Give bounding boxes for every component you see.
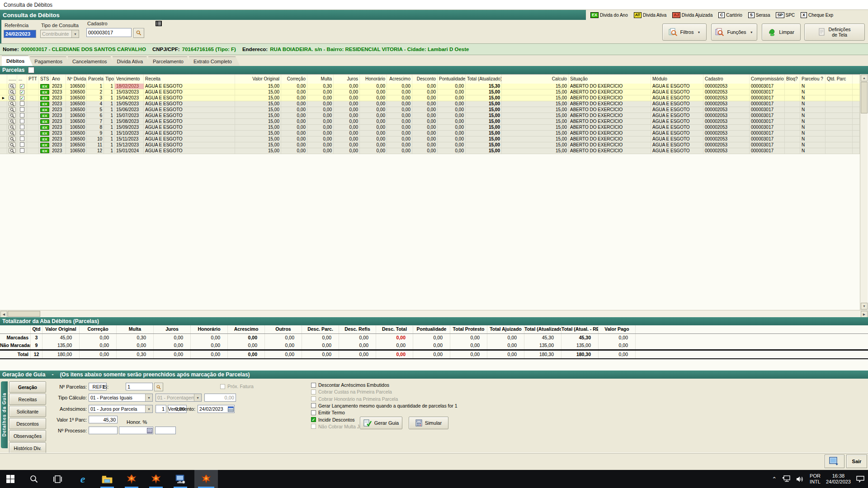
table-row[interactable]: EX20231065008115/09/2023AGUA E ESGOTO15,… (0, 125, 860, 131)
row-magnifier-button[interactable] (9, 89, 16, 94)
definicoes-tela-button[interactable]: Definições de Tela (804, 23, 865, 41)
tab-extrato-completo[interactable]: Extrato Completo (189, 56, 240, 66)
row-magnifier-button[interactable] (9, 113, 16, 118)
guide-nav-historico-div[interactable]: Histórico Div. (9, 442, 46, 454)
filtros-button[interactable]: Filtros ▼ (662, 23, 707, 41)
row-checkbox[interactable] (20, 113, 24, 117)
processo-aux-input[interactable] (119, 427, 153, 434)
language-indicator[interactable]: POR INTL (810, 473, 821, 485)
app-phoenix-active-button[interactable] (194, 470, 218, 488)
row-checkbox[interactable] (20, 101, 24, 106)
porcentagem-select[interactable]: 01 - Porcentagem ▼ (156, 394, 202, 402)
scroll-right-button[interactable]: ▶ (861, 311, 868, 318)
porcentagem-valor-input[interactable] (204, 394, 236, 402)
horizontal-scroll-thumb[interactable] (8, 311, 40, 317)
checkbox-incidir-descontos[interactable]: ✓Incidir Descontos (311, 417, 355, 422)
row-magnifier-button[interactable] (9, 101, 16, 106)
exit-icon-button[interactable] (825, 455, 844, 468)
guide-nav-receitas[interactable]: Receitas (9, 394, 46, 405)
vertical-scroll-thumb[interactable] (861, 82, 868, 113)
refis-search-button[interactable] (154, 383, 163, 391)
table-row[interactable]: EX20231065009115/10/2023AGUA E ESGOTO15,… (0, 131, 860, 136)
scroll-left-button[interactable]: ◀ (0, 311, 7, 318)
guide-nav-observacoes[interactable]: Observações (9, 430, 46, 441)
table-row[interactable]: ✓EX20231065001118/02/2023AGUA E ESGOTO15… (0, 84, 860, 89)
row-magnifier-button[interactable] (9, 119, 16, 124)
table-row[interactable]: EX20231065005115/06/2023AGUA E ESGOTO15,… (0, 107, 860, 113)
row-checkbox[interactable] (20, 136, 24, 141)
detalhes-da-guia-tab[interactable]: Detalhes da Guia (1, 381, 8, 448)
tab-pagamentos[interactable]: Pagamentos (30, 56, 71, 66)
acrescimos-select[interactable]: 01 - Juros por Parcela ▼ (89, 405, 153, 413)
checkbox-cobrar-custas-na-primeira-parcela[interactable]: Cobrar Custas na Primeira Parcela (311, 389, 392, 394)
checkbox-descontar-acrescimos-embutidos[interactable]: Descontar Acréscimos Embutidos (311, 382, 389, 388)
guide-nav-geracao[interactable]: Geração (9, 381, 46, 393)
table-row[interactable]: EX202310650012115/01/2024AGUA E ESGOTO15… (0, 148, 860, 154)
table-row[interactable]: EX20231065007115/08/2023AGUA E ESGOTO15,… (0, 119, 860, 125)
table-row[interactable]: ▶✓EX20231065003115/04/2023AGUA E ESGOTO1… (0, 95, 860, 101)
checkbox-emitir-termo[interactable]: Emitir Termo (311, 410, 345, 415)
row-checkbox[interactable]: ✓ (20, 96, 24, 100)
row-magnifier-button[interactable] (9, 148, 16, 153)
tipo-calculo-select[interactable]: 01 - Parcelas Iguais ▼ (89, 394, 153, 402)
parcelas-select-all-checkbox[interactable] (28, 67, 34, 73)
scroll-up-button[interactable]: ▲ (861, 75, 868, 81)
cadastro-search-button[interactable] (133, 28, 144, 38)
calendar-icon[interactable] (228, 406, 234, 412)
funcoes-button[interactable]: Funções ▼ (711, 23, 757, 41)
calculator-icon[interactable] (147, 428, 153, 433)
table-row[interactable]: EX20231065004115/05/2023AGUA E ESGOTO15,… (0, 101, 860, 107)
row-checkbox[interactable]: ✓ (20, 90, 24, 94)
taskbar-search-button[interactable] (24, 470, 44, 488)
row-magnifier-button[interactable] (9, 125, 16, 130)
clock[interactable]: 16:38 24/02/2023 (826, 473, 851, 485)
row-magnifier-button[interactable] (9, 107, 16, 112)
cadastro-input[interactable] (86, 28, 132, 37)
valor-1parc-input[interactable] (89, 416, 118, 423)
app-phoenix-2-button[interactable] (146, 470, 166, 488)
row-magnifier-button[interactable] (9, 131, 16, 136)
tipo-consulta-select[interactable]: Contribuinte ▼ (40, 30, 79, 38)
row-checkbox[interactable]: ✓ (20, 84, 24, 89)
hidden-icons-chevron[interactable]: ⌃ (772, 476, 777, 483)
notification-center-icon[interactable] (856, 475, 864, 483)
task-view-button[interactable] (47, 470, 68, 488)
checkbox-gerar-lancamento-mesmo-quando-a-quantidade-de-parcelas-for-1[interactable]: Gerar Lançamento mesmo quando a quantida… (311, 403, 458, 408)
referencia-input[interactable] (4, 30, 36, 38)
simular-button[interactable]: Simular (409, 417, 448, 429)
row-magnifier-button[interactable] (9, 84, 16, 89)
guide-nav-solicitante[interactable]: Solicitante (9, 406, 46, 417)
tab-debitos[interactable]: Débitos (2, 56, 33, 66)
volume-icon[interactable] (796, 476, 804, 483)
grid-vertical-scrollbar[interactable]: ▲ ▼ (860, 74, 868, 310)
grid-horizontal-scrollbar[interactable]: ◀ ▶ (0, 310, 868, 317)
tab-cancelamentos[interactable]: Cancelamentos (68, 56, 115, 66)
start-button[interactable] (0, 470, 21, 488)
row-magnifier-button[interactable] (9, 136, 16, 141)
vencimento-input[interactable]: 24/02/2023 (198, 405, 235, 413)
limpar-button[interactable]: Limpar (762, 23, 801, 41)
table-row[interactable]: EX20231065006115/07/2023AGUA E ESGOTO15,… (0, 113, 860, 119)
file-explorer-button[interactable] (97, 470, 118, 488)
row-magnifier-button[interactable] (9, 142, 16, 147)
network-icon[interactable] (782, 475, 791, 483)
row-checkbox[interactable] (20, 148, 24, 153)
tab-parcelamento[interactable]: Parcelamento (148, 56, 192, 66)
scroll-down-button[interactable]: ▼ (861, 303, 868, 310)
honor-input[interactable] (155, 427, 176, 434)
row-magnifier-button[interactable] (9, 95, 16, 100)
row-checkbox[interactable] (20, 142, 24, 147)
guide-nav-descontos[interactable]: Descontos (9, 418, 46, 429)
my-computer-button[interactable] (170, 470, 191, 488)
tab-divida-ativa[interactable]: Divida Ativa (113, 56, 151, 66)
sair-button[interactable]: Sair (846, 455, 867, 468)
row-checkbox[interactable] (20, 125, 24, 129)
checkbox-cobrar-honorario-na-primeira-parcela[interactable]: Cobrar Honorário na Primeira Parcela (311, 396, 398, 402)
checkbox-prox-fatura[interactable]: Próx. Fatura (220, 384, 254, 389)
table-row[interactable]: EX202310650011115/12/2023AGUA E ESGOTO15… (0, 142, 860, 148)
row-checkbox[interactable] (20, 107, 24, 112)
refis-input[interactable] (126, 383, 153, 390)
table-row[interactable]: EX202310650010115/11/2023AGUA E ESGOTO15… (0, 136, 860, 142)
table-row[interactable]: ✓EX20231065002115/03/2023AGUA E ESGOTO15… (0, 89, 860, 95)
n-processo-input[interactable] (89, 427, 118, 434)
